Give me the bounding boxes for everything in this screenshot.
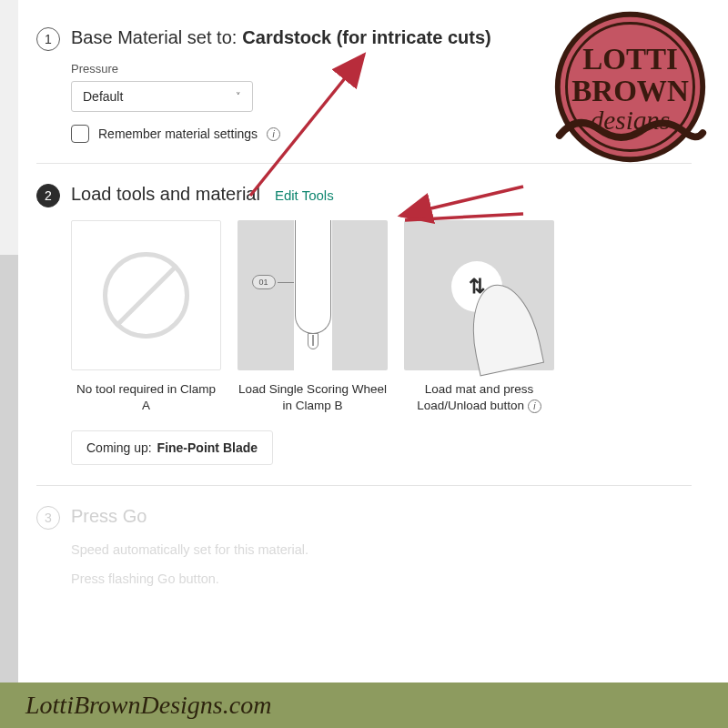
tool-card-clamp-a: No tool required in Clamp A bbox=[71, 220, 221, 414]
step-2-title-text: Load tools and material bbox=[71, 184, 260, 205]
step-3-header: 3 Press Go bbox=[36, 506, 710, 530]
edit-tools-link[interactable]: Edit Tools bbox=[275, 187, 334, 203]
website-url: LottiBrownDesigns.com bbox=[25, 691, 271, 720]
divider-2 bbox=[36, 485, 692, 486]
step-1-material: Cardstock (for intricate cuts) bbox=[242, 27, 490, 48]
remember-settings-checkbox[interactable] bbox=[71, 125, 89, 143]
svg-text:BROWN: BROWN bbox=[571, 75, 689, 107]
info-icon[interactable]: i bbox=[528, 399, 541, 413]
load-mat-image: ⇅ bbox=[404, 220, 554, 370]
step-3-line-2: Press flashing Go button. bbox=[71, 571, 710, 586]
clamp-a-caption: No tool required in Clamp A bbox=[71, 381, 221, 414]
step-1-title: Base Material set to: Cardstock (for int… bbox=[71, 27, 491, 48]
website-bar: LottiBrownDesigns.com bbox=[0, 682, 728, 728]
tool-cards: No tool required in Clamp A 01 Load Sing… bbox=[71, 220, 710, 414]
step-2-title: Load tools and material Edit Tools bbox=[71, 184, 334, 205]
clamp-b-image: 01 bbox=[238, 220, 388, 370]
chevron-down-icon: ˅ bbox=[236, 91, 241, 103]
left-panel-sliver bbox=[0, 0, 18, 728]
step-1-prefix: Base Material set to: bbox=[71, 27, 237, 48]
tool-card-load-mat: ⇅ Load mat and press Load/Unload button … bbox=[404, 220, 554, 414]
step-2-number: 2 bbox=[36, 184, 60, 207]
step-2-header: 2 Load tools and material Edit Tools bbox=[36, 184, 710, 207]
load-mat-caption: Load mat and press Load/Unload button i bbox=[404, 381, 554, 414]
load-button-icon: ⇅ bbox=[404, 220, 554, 370]
coming-up-pill: Coming up: Fine-Point Blade bbox=[71, 430, 273, 465]
coming-up-prefix: Coming up: bbox=[86, 440, 152, 455]
remember-settings-label: Remember material settings bbox=[98, 126, 258, 141]
tool-card-clamp-b: 01 Load Single Scoring Wheel in Clamp B bbox=[238, 220, 388, 414]
coming-up-value: Fine-Point Blade bbox=[157, 440, 258, 455]
clamp-b-caption: Load Single Scoring Wheel in Clamp B bbox=[238, 381, 388, 414]
no-tool-icon bbox=[103, 252, 189, 339]
step-3-title: Press Go bbox=[71, 506, 147, 527]
step-3-line-1: Speed automatically set for this materia… bbox=[71, 542, 710, 557]
lotti-brown-logo: LOTTI BROWN designs bbox=[551, 7, 710, 167]
scoring-wheel-badge: 01 bbox=[252, 275, 276, 289]
step-3-number: 3 bbox=[36, 506, 60, 530]
info-icon[interactable]: i bbox=[267, 127, 280, 141]
load-mat-caption-text: Load mat and press Load/Unload button bbox=[417, 382, 533, 412]
scoring-wheel-icon: 01 bbox=[294, 220, 332, 370]
clamp-a-image bbox=[71, 220, 221, 370]
svg-text:LOTTI: LOTTI bbox=[582, 43, 678, 76]
pressure-value: Default bbox=[83, 89, 123, 104]
left-panel-dark bbox=[0, 255, 18, 728]
pressure-select[interactable]: Default ˅ bbox=[71, 81, 253, 112]
svg-text:designs: designs bbox=[591, 106, 670, 135]
step-1-number: 1 bbox=[36, 27, 60, 51]
